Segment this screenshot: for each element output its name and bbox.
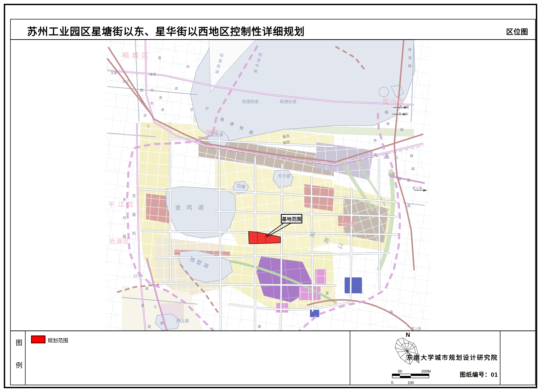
corner-label: 区位图 [506, 26, 528, 37]
titleblock-left-divider [350, 331, 350, 385]
legend-swatch-planning-scope [31, 335, 46, 343]
legend-header-char-1: 图 [13, 337, 25, 347]
plan-sheet: 基地范围 相城区昆山市平江区沧浪区唯亭镇胜浦镇金鸡湖独墅湖尹山湖东沙湖青剑湖白塘… [0, 0, 541, 392]
page-title: 苏州工业园区星塘街以东、星华街以西地区控制性详细规划 [27, 23, 305, 38]
title-divider [11, 39, 535, 40]
legend-band-divider [11, 330, 535, 331]
sheet-number: 图纸编号：01 [354, 370, 498, 378]
legend-header-char-2: 例 [13, 360, 25, 370]
legend-item-label: 规划范围 [48, 336, 68, 344]
organization-name: 东南大学城市规划设计研究院 [354, 352, 498, 361]
page-inner-frame [10, 19, 536, 385]
titleblock-right-divider [500, 331, 500, 385]
